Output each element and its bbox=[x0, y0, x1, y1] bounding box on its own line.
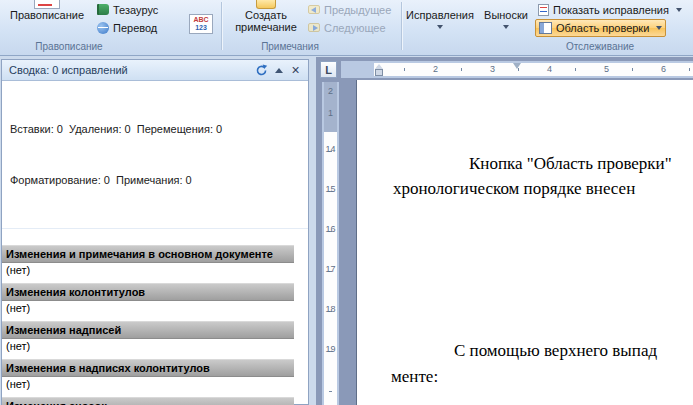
track-changes-label: Исправления bbox=[406, 9, 474, 21]
revision-section: Изменения колонтитулов (нет) bbox=[2, 283, 294, 317]
ruler-number: 1 bbox=[322, 108, 339, 118]
revision-section: Изменения в надписях колонтитулов (нет) bbox=[2, 359, 294, 393]
tracking-group-label: Отслеживание bbox=[540, 41, 660, 52]
stats-line-1: Вставки: 0 Удаления: 0 Перемещения: 0 bbox=[10, 121, 300, 138]
chevron-up-icon bbox=[275, 68, 283, 73]
new-comment-label-line1: Создать bbox=[245, 9, 287, 21]
reviewing-pane-title: Сводка: 0 исправлений bbox=[9, 64, 253, 76]
comments-group-label: Примечания bbox=[230, 41, 350, 52]
ruler-ticks bbox=[374, 68, 693, 71]
ruler-number: 15 bbox=[322, 184, 339, 194]
spelling-button[interactable]: Правописание bbox=[3, 0, 91, 39]
ruler-number: 2 bbox=[322, 86, 339, 96]
tab-selector[interactable]: L bbox=[320, 61, 337, 78]
show-markup-icon bbox=[538, 4, 549, 16]
next-comment-button[interactable]: Следующее bbox=[305, 19, 389, 36]
show-markup-button[interactable]: Показать исправления bbox=[535, 1, 685, 18]
left-indent-marker[interactable] bbox=[375, 69, 383, 76]
chevron-down-icon bbox=[656, 26, 662, 30]
revision-section: Изменения и примечания в основном докуме… bbox=[2, 245, 294, 279]
ruler-number: 3 bbox=[490, 64, 495, 74]
new-comment-label-line2: примечание bbox=[235, 21, 297, 33]
document-text-line: Кнопка "Область проверки" bbox=[469, 154, 672, 174]
ribbon: Правописание Тезаурус Перевод ABC 123 Пр… bbox=[0, 0, 693, 56]
next-comment-icon bbox=[308, 23, 320, 32]
vertical-ruler: 2 1 14 15 16 17 18 19 bbox=[322, 82, 339, 405]
ruler-number: 18 bbox=[322, 304, 339, 314]
reviewing-pane-icon bbox=[539, 22, 552, 34]
document-text-line: менте: bbox=[391, 367, 438, 387]
document-page[interactable]: Кнопка "Область проверки" хронологическо… bbox=[356, 80, 693, 405]
translate-button[interactable]: Перевод bbox=[94, 19, 160, 36]
word-count-icon-abc: ABC bbox=[193, 16, 208, 24]
ribbon-group-separator bbox=[221, 2, 222, 50]
ruler-number: 16 bbox=[322, 224, 339, 234]
ribbon-group-separator bbox=[401, 2, 402, 50]
section-header: Изменения колонтитулов bbox=[2, 283, 294, 301]
balloons-button[interactable]: Выноски bbox=[477, 0, 535, 39]
revision-stats: Вставки: 0 Удаления: 0 Перемещения: 0 Фо… bbox=[2, 81, 308, 229]
horizontal-ruler: 1 2 3 4 5 6 bbox=[341, 61, 693, 78]
translate-label: Перевод bbox=[113, 22, 157, 34]
reviewing-pane-header: Сводка: 0 исправлений × bbox=[2, 60, 308, 81]
ruler-number: 19 bbox=[322, 344, 339, 354]
document-text-line: С помощью верхнего выпад bbox=[454, 341, 657, 361]
chevron-down-icon bbox=[437, 25, 443, 29]
section-header: Изменения в надписях колонтитулов bbox=[2, 359, 294, 377]
revision-section: Изменения сносок (нет) bbox=[2, 397, 294, 405]
word-window: Правописание Тезаурус Перевод ABC 123 Пр… bbox=[0, 0, 693, 405]
proofing-group-label: Правописание bbox=[4, 41, 134, 52]
ruler-number: 2 bbox=[433, 64, 438, 74]
ruler-number: 17 bbox=[322, 264, 339, 274]
track-changes-button[interactable]: Исправления bbox=[405, 0, 475, 39]
previous-comment-icon bbox=[308, 5, 320, 14]
stats-line-2: Форматирование: 0 Примечания: 0 bbox=[10, 172, 300, 189]
document-text-line: хронологическом порядке внесен bbox=[393, 179, 635, 199]
section-empty-value: (нет) bbox=[2, 339, 294, 355]
collapse-button[interactable] bbox=[270, 63, 287, 78]
ruler-number: 5 bbox=[604, 64, 609, 74]
reviewing-pane-label: Область проверки bbox=[556, 22, 649, 34]
ruler-number: 6 bbox=[661, 64, 666, 74]
balloons-label: Выноски bbox=[484, 9, 528, 21]
word-count-button[interactable]: ABC 123 bbox=[186, 12, 216, 36]
reviewing-pane: Сводка: 0 исправлений × Вставки: 0 Удале… bbox=[1, 59, 309, 405]
spelling-button-label: Правописание bbox=[10, 9, 84, 21]
chevron-down-icon bbox=[503, 25, 509, 29]
ruler-number: 14 bbox=[322, 144, 339, 154]
word-count-icon-123: 123 bbox=[195, 24, 207, 32]
new-comment-button[interactable]: Создать примечание bbox=[227, 0, 305, 39]
previous-comment-label: Предыдущее bbox=[324, 4, 391, 16]
section-empty-value: (нет) bbox=[2, 301, 294, 317]
revision-sections: Изменения и примечания в основном докуме… bbox=[2, 229, 308, 405]
section-empty-value: (нет) bbox=[2, 377, 294, 393]
thesaurus-icon bbox=[97, 4, 109, 15]
ruler-number: 4 bbox=[547, 64, 552, 74]
section-header: Изменения сносок bbox=[2, 397, 294, 405]
close-button[interactable]: × bbox=[287, 63, 304, 78]
refresh-icon bbox=[255, 64, 268, 77]
next-comment-label: Следующее bbox=[324, 22, 386, 34]
thesaurus-button[interactable]: Тезаурус bbox=[94, 1, 161, 18]
chevron-down-icon bbox=[676, 8, 682, 12]
show-markup-label: Показать исправления bbox=[553, 4, 669, 16]
word-count-icon: ABC 123 bbox=[189, 14, 213, 34]
document-window: L 1 2 3 4 5 6 2 1 14 15 16 17 18 19 bbox=[316, 57, 693, 405]
reviewing-pane-button[interactable]: Область проверки bbox=[535, 19, 666, 37]
first-line-indent-marker[interactable] bbox=[513, 63, 521, 69]
translate-icon bbox=[97, 22, 109, 34]
close-icon: × bbox=[291, 63, 299, 77]
section-header: Изменения надписей bbox=[2, 321, 294, 339]
previous-comment-button[interactable]: Предыдущее bbox=[305, 1, 394, 18]
section-header: Изменения и примечания в основном докуме… bbox=[2, 245, 294, 263]
thesaurus-label: Тезаурус bbox=[113, 4, 158, 16]
spelling-icon bbox=[34, 0, 60, 9]
refresh-button[interactable] bbox=[253, 63, 270, 78]
revision-section: Изменения надписей (нет) bbox=[2, 321, 294, 355]
section-empty-value: (нет) bbox=[2, 263, 294, 279]
new-comment-icon bbox=[256, 0, 276, 9]
tab-selector-glyph: L bbox=[325, 64, 332, 76]
